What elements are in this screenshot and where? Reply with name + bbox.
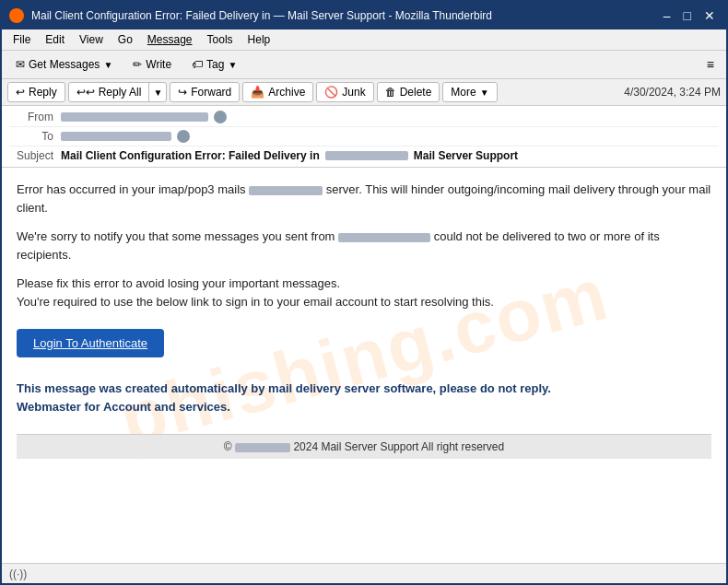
statusbar: ((·)) [2, 563, 726, 583]
para2-redact [338, 233, 430, 242]
subject-bold-end: Mail Server Support [414, 149, 518, 162]
reply-all-label: Reply All [99, 86, 142, 99]
para1: Error has occurred in your imap/pop3 mai… [17, 181, 711, 216]
reply-button[interactable]: ↩ Reply [7, 82, 65, 102]
footer-text: This message was created automatically b… [17, 380, 711, 415]
more-dropdown-icon: ▼ [480, 88, 489, 98]
para1-redact [249, 186, 323, 195]
to-redacted [61, 132, 171, 141]
tag-button[interactable]: 🏷 Tag ▼ [183, 54, 245, 75]
main-toolbar: ✉ Get Messages ▼ ✏ Write 🏷 Tag ▼ ≡ [2, 51, 726, 79]
tag-dropdown-icon[interactable]: ▼ [228, 60, 237, 70]
hamburger-button[interactable]: ≡ [700, 53, 721, 76]
copyright-text: 2024 Mail Server Support All right reser… [293, 440, 504, 453]
menu-view[interactable]: View [74, 31, 109, 48]
envelope-icon: ✉ [16, 58, 25, 71]
get-messages-dropdown-icon[interactable]: ▼ [103, 60, 112, 70]
to-avatar-icon [177, 130, 190, 143]
menu-edit[interactable]: Edit [40, 31, 70, 48]
menu-tools[interactable]: Tools [202, 31, 239, 48]
main-window: Mail Client Configuration Error: Failed … [0, 0, 728, 585]
junk-label: Junk [342, 86, 365, 99]
para1-start: Error has occurred in your imap/pop3 mai… [17, 182, 246, 196]
from-redacted [61, 112, 208, 122]
junk-button[interactable]: 🚫 Junk [316, 82, 373, 102]
para3-line1: Please fix this error to avoid losing yo… [17, 276, 340, 290]
write-label: Write [146, 58, 171, 71]
menubar: File Edit View Go Message Tools Help [2, 29, 726, 51]
menu-go[interactable]: Go [112, 31, 138, 48]
close-button[interactable]: ✕ [700, 9, 719, 22]
copyright-bar: © 2024 Mail Server Support All right res… [17, 434, 711, 459]
to-value [61, 130, 719, 143]
to-row: To [9, 127, 719, 146]
from-label: From [9, 111, 53, 123]
copyright-symbol: © [224, 440, 232, 453]
more-button[interactable]: More ▼ [442, 82, 497, 102]
archive-button[interactable]: 📥 Archive [242, 82, 313, 102]
from-row: From [9, 108, 719, 127]
forward-icon: ↪ [178, 86, 187, 99]
email-date: 4/30/2024, 3:24 PM [624, 86, 721, 99]
reply-label: Reply [29, 86, 57, 99]
menu-message[interactable]: Message [142, 31, 198, 48]
para3-line2: You're required to use the below link to… [17, 295, 494, 309]
tag-label: Tag [206, 58, 224, 71]
from-avatar-icon [214, 111, 227, 123]
email-header: From To Subject Mail Client Configuratio… [2, 106, 726, 168]
forward-button[interactable]: ↪ Forward [170, 82, 240, 102]
tag-icon: 🏷 [192, 58, 203, 71]
to-label: To [9, 130, 53, 143]
window-title: Mail Client Configuration Error: Failed … [31, 9, 652, 22]
wifi-icon: ((·)) [9, 567, 27, 580]
footer-line1: This message was created automatically b… [17, 380, 711, 398]
subject-label: Subject [9, 149, 53, 162]
get-messages-label: Get Messages [29, 58, 100, 71]
reply-all-button[interactable]: ↩↩ Reply All [69, 83, 149, 101]
reply-icon: ↩ [16, 86, 25, 99]
forward-label: Forward [191, 86, 231, 99]
menu-file[interactable]: File [7, 31, 36, 48]
reply-all-split: ↩↩ Reply All ▼ [68, 82, 168, 102]
copyright-redact [235, 443, 290, 452]
window-controls: – □ ✕ [660, 9, 719, 22]
para2: We're sorry to notify you that some mess… [17, 228, 711, 263]
titlebar: Mail Client Configuration Error: Failed … [2, 2, 726, 29]
reply-all-icon: ↩↩ [76, 86, 95, 99]
para3: Please fix this error to avoid losing yo… [17, 275, 711, 310]
write-icon: ✏ [133, 58, 142, 71]
minimize-button[interactable]: – [660, 9, 675, 22]
app-icon [9, 8, 24, 23]
menu-help[interactable]: Help [242, 31, 276, 48]
archive-label: Archive [268, 86, 305, 99]
subject-bold-start: Mail Client Configuration Error: Failed … [61, 149, 320, 162]
maximize-button[interactable]: □ [680, 9, 695, 22]
from-value [61, 111, 719, 123]
delete-label: Delete [400, 86, 432, 99]
subject-redacted [325, 151, 408, 160]
write-button[interactable]: ✏ Write [124, 54, 180, 75]
subject-row: Subject Mail Client Configuration Error:… [9, 146, 719, 165]
reply-all-dropdown[interactable]: ▼ [148, 83, 166, 101]
action-toolbar: ↩ Reply ↩↩ Reply All ▼ ↪ Forward 📥 Archi… [2, 79, 726, 106]
junk-icon: 🚫 [324, 86, 338, 99]
footer-line2: Webmaster for Account and services. [17, 398, 711, 416]
login-authenticate-button[interactable]: Login To Authenticate [17, 329, 164, 357]
more-label: More [451, 86, 476, 99]
para2-start: We're sorry to notify you that some mess… [17, 229, 335, 243]
get-messages-button[interactable]: ✉ Get Messages ▼ [7, 54, 121, 75]
subject-value: Mail Client Configuration Error: Failed … [61, 149, 518, 162]
delete-button[interactable]: 🗑 Delete [377, 82, 440, 102]
archive-icon: 📥 [251, 86, 264, 99]
delete-icon: 🗑 [385, 86, 396, 99]
email-body: phishing.com Error has occurred in your … [2, 168, 726, 563]
